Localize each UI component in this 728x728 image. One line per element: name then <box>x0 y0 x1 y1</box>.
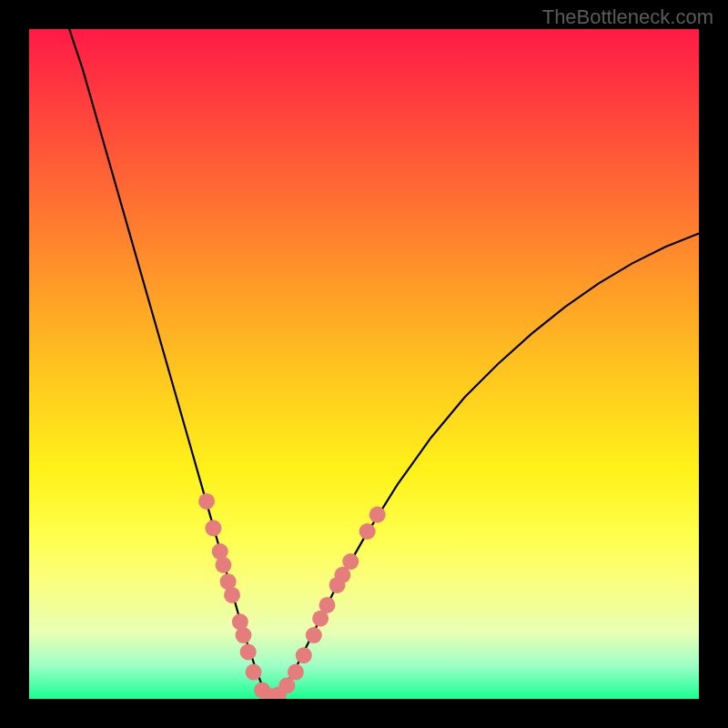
curve-marker <box>224 587 240 603</box>
chart-plot-area <box>29 29 699 699</box>
curve-marker <box>319 597 336 613</box>
curve-marker <box>306 627 322 643</box>
curve-marker <box>198 493 215 510</box>
curve-marker <box>246 664 262 681</box>
curve-marker <box>215 557 231 573</box>
curve-marker <box>296 647 312 663</box>
curve-marker <box>288 664 304 681</box>
bottleneck-chart-svg <box>29 29 699 699</box>
curve-marker <box>236 627 252 643</box>
curve-marker-group <box>198 493 386 699</box>
curve-marker <box>359 523 376 540</box>
curve-marker <box>369 507 386 523</box>
curve-marker <box>278 677 295 693</box>
curve-marker <box>240 643 257 660</box>
curve-marker <box>342 553 359 570</box>
watermark-text: TheBottleneck.com <box>542 5 713 29</box>
curve-marker <box>205 520 221 536</box>
bottleneck-curve-line <box>69 29 699 696</box>
